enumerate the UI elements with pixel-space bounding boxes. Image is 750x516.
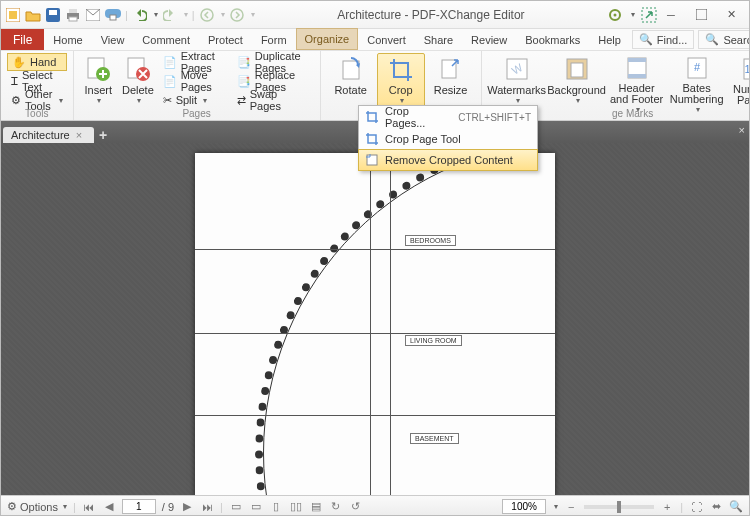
- split-icon: ✂: [163, 94, 172, 107]
- zoom-slider[interactable]: [584, 505, 654, 509]
- insert-icon: [84, 55, 112, 83]
- svg-rect-29: [628, 74, 646, 78]
- menu-share[interactable]: Share: [415, 29, 462, 50]
- layout4-icon[interactable]: ▯▯: [289, 500, 303, 514]
- split-pages[interactable]: ✂Split▾: [159, 91, 231, 109]
- ui-options-icon[interactable]: [607, 7, 623, 23]
- file-menu[interactable]: File: [1, 29, 44, 50]
- other-tools[interactable]: ⚙Other Tools▾: [7, 91, 67, 109]
- remove-cropped-item[interactable]: Remove Cropped Content: [358, 149, 538, 171]
- menu-view[interactable]: View: [92, 29, 134, 50]
- hand-label: Hand: [30, 56, 56, 68]
- search-label: Search...: [723, 34, 750, 46]
- label-bedrooms: BEDROOMS: [405, 235, 456, 246]
- cursor-icon: Ꮖ: [11, 75, 18, 88]
- fit-width-icon[interactable]: ⬌: [709, 500, 723, 514]
- svg-rect-16: [696, 9, 707, 20]
- tab-close-icon[interactable]: ×: [76, 129, 82, 141]
- layout6-icon[interactable]: ↻: [329, 500, 343, 514]
- options-button[interactable]: ⚙Options▾: [7, 500, 67, 513]
- crop-page-tool-item[interactable]: Crop Page Tool: [359, 128, 537, 150]
- bates-icon: #: [683, 55, 711, 81]
- new-tab-button[interactable]: +: [94, 127, 112, 143]
- menu-comment[interactable]: Comment: [133, 29, 199, 50]
- mail-icon[interactable]: [85, 7, 101, 23]
- crop-dropdown: Crop Pages... CTRL+SHIFT+T Crop Page Too…: [358, 105, 538, 171]
- layout2-icon[interactable]: ▭: [249, 500, 263, 514]
- zoom-input[interactable]: [502, 499, 546, 514]
- svg-point-11: [231, 9, 243, 21]
- header-footer-icon: [623, 55, 651, 81]
- layout7-icon[interactable]: ↺: [349, 500, 363, 514]
- save-icon[interactable]: [45, 7, 61, 23]
- menu-convert[interactable]: Convert: [358, 29, 415, 50]
- svg-rect-1: [9, 11, 17, 19]
- find-button[interactable]: 🔍Find...: [632, 30, 695, 49]
- last-page-icon[interactable]: ⏭: [200, 500, 214, 514]
- page-input[interactable]: [122, 499, 156, 514]
- page-total: / 9: [162, 501, 174, 513]
- menu-home[interactable]: Home: [44, 29, 91, 50]
- svg-text:1.N: 1.N: [744, 63, 750, 75]
- layout1-icon[interactable]: ▭: [229, 500, 243, 514]
- tabs-close-icon[interactable]: ×: [739, 124, 745, 136]
- swap-icon: ⇄: [237, 94, 246, 107]
- launch-icon[interactable]: [641, 7, 657, 23]
- title-bar: | ▾ ▾ | ▾ ▾ Architecture - PDF-XChange E…: [1, 1, 749, 29]
- prev-page-icon[interactable]: ◀: [102, 500, 116, 514]
- gear-icon: ⚙: [11, 94, 21, 107]
- zoom-in-icon[interactable]: +: [660, 500, 674, 514]
- menu-review[interactable]: Review: [462, 29, 516, 50]
- swap-pages[interactable]: ⇄Swap Pages: [233, 91, 314, 109]
- remove-crop-icon: [365, 153, 379, 167]
- menu-help[interactable]: Help: [589, 29, 630, 50]
- maximize-button[interactable]: [687, 5, 715, 25]
- resize-icon: [437, 55, 465, 83]
- menu-organize[interactable]: Organize: [296, 28, 359, 50]
- layout3-icon[interactable]: ▯: [269, 500, 283, 514]
- redo-icon[interactable]: [162, 7, 178, 23]
- print-icon[interactable]: [65, 7, 81, 23]
- undo-icon[interactable]: [132, 7, 148, 23]
- extract-icon: 📄: [163, 56, 177, 69]
- open-icon[interactable]: [25, 7, 41, 23]
- first-page-icon[interactable]: ⏮: [82, 500, 96, 514]
- zoom-out-icon[interactable]: −: [564, 500, 578, 514]
- status-bar: ⚙Options▾ | ⏮ ◀ / 9 ▶ ⏭ | ▭ ▭ ▯ ▯▯ ▤ ↻ ↺…: [1, 495, 749, 516]
- document-viewport[interactable]: BEDROOMS LIVING ROOM BASEMENT: [1, 143, 749, 495]
- move-pages[interactable]: 📄Move Pages: [159, 72, 231, 90]
- shortcut-label: CTRL+SHIFT+T: [458, 112, 531, 123]
- layout5-icon[interactable]: ▤: [309, 500, 323, 514]
- svg-text:#: #: [694, 61, 701, 73]
- crop-pages-item[interactable]: Crop Pages... CTRL+SHIFT+T: [359, 106, 537, 128]
- minimize-button[interactable]: ─: [657, 5, 685, 25]
- zoom-reset-icon[interactable]: 🔍: [729, 500, 743, 514]
- document-tab[interactable]: Architecture ×: [3, 127, 94, 143]
- label-basement: BASEMENT: [410, 433, 459, 444]
- app-icon: [5, 7, 21, 23]
- scan-icon[interactable]: [105, 7, 121, 23]
- next-page-icon[interactable]: ▶: [180, 500, 194, 514]
- replace-icon: 📑: [237, 75, 251, 88]
- svg-rect-22: [442, 60, 456, 78]
- svg-rect-9: [110, 15, 116, 20]
- menu-protect[interactable]: Protect: [199, 29, 252, 50]
- move-icon: 📄: [163, 75, 177, 88]
- svg-rect-6: [69, 17, 77, 21]
- svg-rect-28: [628, 58, 646, 62]
- close-button[interactable]: ✕: [717, 5, 745, 25]
- nav-fwd-icon[interactable]: [229, 7, 245, 23]
- fit-page-icon[interactable]: ⛶: [689, 500, 703, 514]
- window-title: Architecture - PDF-XChange Editor: [255, 8, 607, 22]
- search-icon: 🔍: [705, 33, 719, 46]
- nav-back-icon[interactable]: [199, 7, 215, 23]
- svg-rect-3: [49, 10, 57, 15]
- window-controls: ─ ✕: [657, 5, 745, 25]
- number-icon: 1.N: [739, 55, 750, 82]
- svg-rect-21: [343, 61, 359, 79]
- rotate-icon: [337, 55, 365, 83]
- menu-form[interactable]: Form: [252, 29, 296, 50]
- search-button[interactable]: 🔍Search...: [698, 30, 750, 49]
- menu-bookmarks[interactable]: Bookmarks: [516, 29, 589, 50]
- hand-icon: ✋: [12, 56, 26, 69]
